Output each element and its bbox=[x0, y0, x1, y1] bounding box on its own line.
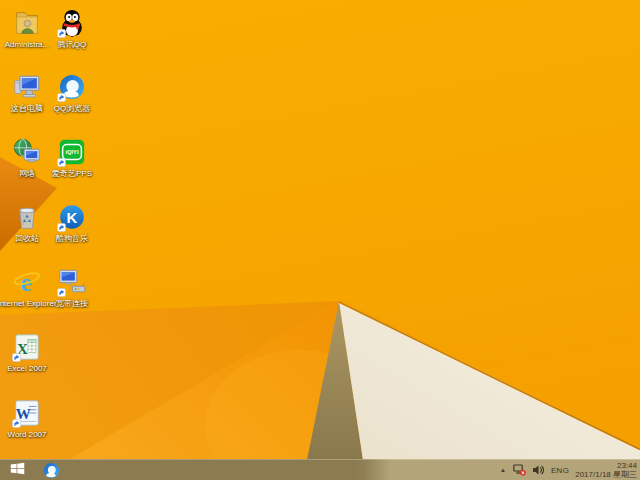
desktop-icon-label: 腾讯QQ bbox=[42, 40, 102, 49]
system-tray: ▲ ENG 23:44 2017/1/18 星期三 bbox=[499, 460, 637, 480]
qq-browser-icon bbox=[42, 461, 61, 480]
clock-date: 2017/1/18 星期三 bbox=[575, 470, 637, 479]
shortcut-arrow-icon bbox=[12, 419, 21, 428]
desktop-icon-tencent-qq[interactable]: 腾讯QQ bbox=[45, 8, 99, 49]
network-disconnected-icon[interactable] bbox=[513, 460, 526, 480]
desktop-icon-qq-browser[interactable]: QQ浏览器 bbox=[45, 72, 99, 113]
ie-icon: e bbox=[12, 267, 42, 297]
desktop-icon-kugou-music[interactable]: K 酷狗音乐 bbox=[45, 202, 99, 243]
desktop-icon-label: 宽带连接 bbox=[42, 299, 102, 308]
shortcut-arrow-icon bbox=[57, 158, 66, 167]
desktop-icon-word-2007[interactable]: W Word 2007 bbox=[0, 398, 54, 439]
clock-time: 23:44 bbox=[575, 461, 637, 470]
user-folder-icon bbox=[12, 8, 42, 38]
desktop-icon-label: 爱奇艺PPS bbox=[42, 169, 102, 178]
network-globe-icon bbox=[12, 137, 42, 167]
language-indicator[interactable]: ENG bbox=[551, 466, 569, 475]
recycle-bin-icon bbox=[12, 202, 42, 232]
desktop-icon-broadband-connection[interactable]: 宽带连接 bbox=[45, 267, 99, 308]
word-icon: W bbox=[12, 398, 42, 428]
windows-desktop: Administra... 腾讯QQ 这台电脑 QQ浏览器 bbox=[0, 0, 640, 480]
excel-icon: X bbox=[12, 332, 42, 362]
shortcut-arrow-icon bbox=[57, 93, 66, 102]
start-button[interactable] bbox=[2, 460, 32, 480]
windows-logo-icon bbox=[10, 461, 25, 479]
taskbar-qq-browser-button[interactable] bbox=[36, 460, 66, 480]
desktop-icon-excel-2007[interactable]: X Excel 2007 bbox=[0, 332, 54, 373]
shortcut-arrow-icon bbox=[57, 288, 66, 297]
svg-text:K: K bbox=[67, 209, 78, 226]
broadband-icon bbox=[57, 267, 87, 297]
show-hidden-icons-button[interactable]: ▲ bbox=[499, 460, 507, 480]
shortcut-arrow-icon bbox=[57, 223, 66, 232]
desktop-icon-label: QQ浏览器 bbox=[42, 104, 102, 113]
desktop-icon-label: 酷狗音乐 bbox=[42, 234, 102, 243]
kugou-icon: K bbox=[57, 202, 87, 232]
shortcut-arrow-icon bbox=[12, 353, 21, 362]
svg-text:iQIYI: iQIYI bbox=[65, 149, 79, 155]
desktop-icon-iqiyi-pps[interactable]: iQIYI 爱奇艺PPS bbox=[45, 137, 99, 178]
desktop-icon-label: Excel 2007 bbox=[0, 364, 57, 373]
desktop-icon-label: Word 2007 bbox=[0, 430, 57, 439]
iqiyi-icon: iQIYI bbox=[57, 137, 87, 167]
qq-penguin-icon bbox=[57, 8, 87, 38]
qq-browser-icon bbox=[57, 72, 87, 102]
clock[interactable]: 23:44 2017/1/18 星期三 bbox=[575, 461, 637, 479]
volume-icon[interactable] bbox=[532, 460, 545, 480]
taskbar: ▲ ENG 23:44 2017/1/18 星期三 bbox=[0, 459, 640, 480]
computer-icon bbox=[12, 72, 42, 102]
shortcut-arrow-icon bbox=[57, 29, 66, 38]
